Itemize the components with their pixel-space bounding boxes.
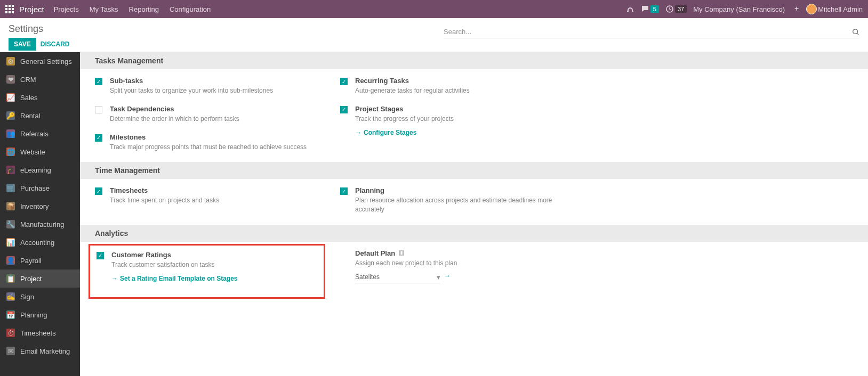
search-icon[interactable] — [852, 28, 859, 36]
dependencies-title: Task Dependencies — [110, 105, 319, 113]
arrow-right-icon: → — [355, 129, 361, 136]
user-menu[interactable]: Mitchell Admin — [806, 4, 863, 14]
section-tasks: ✓ Sub-tasks Split your tasks to organize… — [80, 69, 868, 162]
setting-ratings: ✓ Customer Ratings Track customer satisf… — [97, 251, 317, 282]
sidebar-elearning[interactable]: 🎓eLearning — [0, 161, 80, 179]
activities-badge: 37 — [675, 5, 687, 13]
time-col-right: ✓ Planning Plan resource allocation acro… — [340, 186, 564, 214]
sidebar-purchase[interactable]: 🛒Purchase — [0, 179, 80, 197]
avatar — [806, 4, 817, 14]
nav-right: 5 37 My Company (San Francisco) Mitchell… — [626, 4, 863, 14]
sidebar-manufacturing[interactable]: 🔧Manufacturing — [0, 215, 80, 233]
nav-projects[interactable]: Projects — [54, 5, 79, 13]
ratings-checkbox[interactable]: ✓ — [97, 252, 104, 259]
sidebar-sales[interactable]: 📈Sales — [0, 88, 80, 107]
plan-title: Default Plan — [355, 249, 564, 257]
milestones-desc: Track major progress points that must be… — [110, 143, 319, 152]
top-nav: Project Projects My Tasks Reporting Conf… — [0, 0, 868, 18]
nav-configuration[interactable]: Configuration — [170, 5, 211, 13]
configure-stages-link[interactable]: →Configure Stages — [355, 129, 416, 136]
setting-milestones: ✓ Milestones Track major progress points… — [95, 133, 319, 152]
stages-title: Project Stages — [355, 105, 564, 113]
recurring-checkbox[interactable]: ✓ — [340, 78, 348, 85]
sidebar-rental[interactable]: 🔑Rental — [0, 107, 80, 125]
settings-sidebar: ⚙General Settings ❤CRM 📈Sales 🔑Rental 👥R… — [0, 52, 80, 376]
section-time-header: Time Management — [80, 162, 868, 179]
timesheets-title: Timesheets — [110, 186, 319, 194]
company-name[interactable]: My Company (San Francisco) — [693, 5, 785, 13]
nav-my-tasks[interactable]: My Tasks — [90, 5, 118, 13]
debug-icon[interactable] — [791, 5, 800, 13]
sidebar-sign[interactable]: ✍Sign — [0, 288, 80, 306]
plan-select[interactable]: Satelites ▾ — [355, 273, 440, 283]
analytics-col-right: Default Plan Assign each new project to … — [340, 249, 564, 284]
milestones-title: Milestones — [110, 133, 319, 141]
save-button[interactable]: SAVE — [9, 38, 36, 51]
recurring-title: Recurring Tasks — [355, 77, 564, 85]
svg-point-1 — [853, 29, 858, 34]
highlight-box: ✓ Customer Ratings Track customer satisf… — [89, 244, 325, 299]
voip-icon[interactable] — [626, 5, 634, 13]
chevron-down-icon[interactable]: ▾ — [437, 273, 440, 281]
app-name[interactable]: Project — [19, 5, 44, 14]
analytics-col-left: ✓ Customer Ratings Track customer satisf… — [95, 249, 319, 284]
external-link-icon[interactable]: → — [444, 272, 451, 280]
setting-subtasks: ✓ Sub-tasks Split your tasks to organize… — [95, 77, 319, 95]
planning-checkbox[interactable]: ✓ — [340, 187, 348, 195]
sidebar-email-marketing[interactable]: ✉Email Marketing — [0, 342, 80, 360]
ratings-title: Customer Ratings — [111, 251, 317, 259]
plan-value: Satelites — [355, 273, 432, 281]
messages-icon[interactable]: 5 — [641, 5, 659, 13]
stages-desc: Track the progress of your projects — [355, 115, 564, 124]
arrow-right-icon: → — [111, 275, 118, 282]
tasks-col-right: ✓ Recurring Tasks Auto-generate tasks fo… — [340, 77, 564, 151]
section-analytics: ✓ Customer Ratings Track customer satisf… — [80, 242, 868, 295]
sidebar-website[interactable]: 🌐Website — [0, 143, 80, 161]
setting-stages: ✓ Project Stages Track the progress of y… — [340, 105, 564, 136]
planning-desc: Plan resource allocation across projects… — [355, 196, 564, 214]
sidebar-timesheets[interactable]: ⏱Timesheets — [0, 324, 80, 342]
timesheets-checkbox[interactable]: ✓ — [95, 187, 102, 195]
sidebar-general-settings[interactable]: ⚙General Settings — [0, 52, 80, 70]
sidebar-accounting[interactable]: 📊Accounting — [0, 233, 80, 251]
sidebar-crm[interactable]: ❤CRM — [0, 70, 80, 88]
main: ⚙General Settings ❤CRM 📈Sales 🔑Rental 👥R… — [0, 52, 868, 376]
section-analytics-header: Analytics — [80, 225, 868, 242]
control-left: Settings SAVE DISCARD — [9, 23, 69, 51]
content: Tasks Management ✓ Sub-tasks Split your … — [80, 52, 868, 376]
discard-button[interactable]: DISCARD — [41, 40, 70, 48]
apps-icon[interactable] — [5, 5, 14, 13]
sidebar-planning[interactable]: 📅Planning — [0, 306, 80, 324]
timesheets-desc: Track time spent on projects and tasks — [110, 196, 319, 205]
planning-title: Planning — [355, 186, 564, 194]
sidebar-inventory[interactable]: 📦Inventory — [0, 197, 80, 215]
sidebar-referrals[interactable]: 👥Referrals — [0, 125, 80, 143]
control-bar: Settings SAVE DISCARD — [0, 18, 868, 52]
setting-dependencies: Task Dependencies Determine the order in… — [95, 105, 319, 124]
dependencies-checkbox[interactable] — [95, 106, 102, 113]
ratings-desc: Track customer satisfaction on tasks — [111, 260, 317, 269]
activities-icon[interactable]: 37 — [665, 5, 687, 13]
section-time: ✓ Timesheets Track time spent on project… — [80, 179, 868, 225]
nav-menu: Projects My Tasks Reporting Configuratio… — [54, 5, 211, 13]
stages-checkbox[interactable]: ✓ — [340, 106, 348, 113]
setting-timesheets: ✓ Timesheets Track time spent on project… — [95, 186, 319, 205]
dependencies-desc: Determine the order in which to perform … — [110, 115, 319, 124]
search-input[interactable] — [444, 28, 852, 36]
building-icon — [398, 250, 405, 256]
sidebar-payroll[interactable]: 👤Payroll — [0, 251, 80, 269]
rating-template-link[interactable]: →Set a Rating Email Template on Stages — [111, 275, 238, 282]
time-col-left: ✓ Timesheets Track time spent on project… — [95, 186, 319, 214]
nav-reporting[interactable]: Reporting — [129, 5, 159, 13]
subtasks-desc: Split your tasks to organize your work i… — [110, 86, 319, 95]
nav-left: Project Projects My Tasks Reporting Conf… — [5, 5, 211, 14]
user-name: Mitchell Admin — [818, 5, 863, 13]
sidebar-project[interactable]: 📋Project — [0, 269, 80, 288]
messages-badge: 5 — [650, 5, 659, 13]
section-tasks-header: Tasks Management — [80, 52, 868, 69]
subtasks-checkbox[interactable]: ✓ — [95, 78, 102, 85]
plan-desc: Assign each new project to this plan — [355, 259, 564, 268]
page-title: Settings — [9, 23, 69, 35]
milestones-checkbox[interactable]: ✓ — [95, 134, 102, 142]
setting-planning: ✓ Planning Plan resource allocation acro… — [340, 186, 564, 214]
